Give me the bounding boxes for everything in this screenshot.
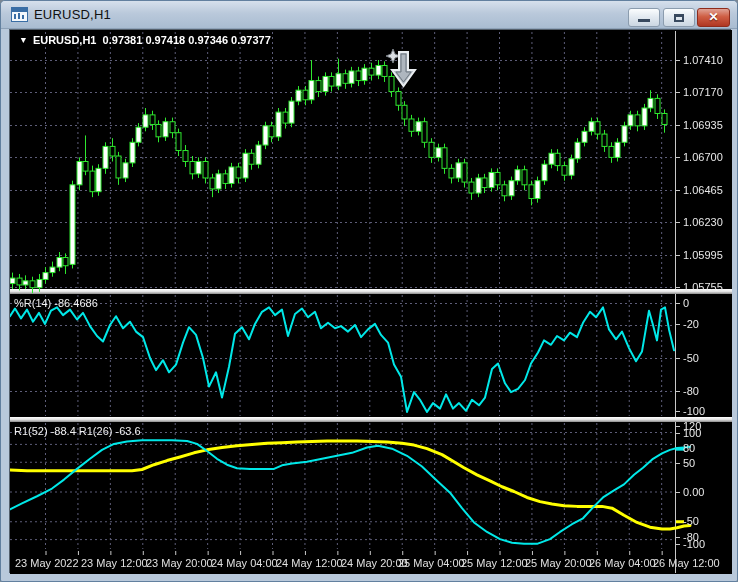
indicator2-label: R1(52) -88.4 R1(26) -63.6 [14, 425, 141, 437]
window-title: EURUSD,H1 [34, 7, 111, 22]
indicator2-axis-label: 0.00 [683, 486, 704, 498]
minimize-button[interactable] [628, 8, 660, 27]
time-axis-label: 25 May 04:00 [398, 557, 465, 569]
close-button[interactable]: ✕ [697, 8, 730, 27]
chart-symbol-label: EURUSD,H1 [33, 34, 97, 46]
indicator1-axis-label: 0 [683, 297, 689, 309]
indicator1-label: %R(14) -86.4686 [14, 297, 98, 309]
time-axis-label: 26 May 04:00 [589, 557, 656, 569]
indicator2-axis-label: -100 [683, 538, 705, 550]
price-axis-label: 1.07170 [683, 86, 723, 98]
restore-icon [674, 14, 684, 22]
chart-area: ▼EURUSD,H1 0.97381 0.97418 0.97346 0.973… [9, 29, 731, 573]
minimize-icon [638, 19, 650, 22]
price-axis-label: 1.06700 [683, 151, 723, 163]
pane-divider-1[interactable] [9, 288, 731, 294]
time-axis-label: 25 May 20:00 [525, 557, 592, 569]
time-axis-label: 23 May 2022 [15, 557, 79, 569]
restore-button[interactable] [663, 8, 695, 27]
price-axis-label: 1.06935 [683, 119, 723, 131]
time-axis-label: 25 May 12:00 [461, 557, 528, 569]
price-axis-label: 1.06230 [683, 216, 723, 228]
time-axis-label: 23 May 20:00 [146, 557, 213, 569]
time-axis-label: 24 May 12:00 [276, 557, 343, 569]
price-axis-label: 1.05995 [683, 249, 723, 261]
chart-window-icon [11, 7, 28, 22]
chart-quote-ohlc: 0.97381 0.97418 0.97346 0.97377 [103, 34, 271, 46]
time-axis-label: 23 May 12:00 [81, 557, 148, 569]
indicator1-axis-label: -20 [683, 318, 699, 330]
time-axis-label: 26 May 12:00 [653, 557, 720, 569]
indicator2-axis-label: 80 [683, 442, 695, 454]
chart-canvas[interactable] [10, 30, 732, 574]
close-icon: ✕ [698, 10, 729, 24]
price-axis-label: 1.07410 [683, 54, 723, 66]
indicator2-axis-label: -50 [683, 515, 699, 527]
indicator1-axis-label: -50 [683, 352, 699, 364]
time-axis-label: 24 May 04:00 [211, 557, 278, 569]
price-axis-label: 1.06465 [683, 184, 723, 196]
indicator1-axis-label: -80 [683, 385, 699, 397]
drag-down-arrow-cursor-icon [385, 48, 419, 94]
indicator2-axis-label: 100 [683, 427, 701, 439]
window-titlebar[interactable]: EURUSD,H1 ✕ [1, 1, 738, 29]
pane-divider-2[interactable] [9, 416, 731, 422]
chart-symbol-dropdown[interactable]: ▼EURUSD,H1 0.97381 0.97418 0.97346 0.973… [18, 34, 271, 46]
indicator2-axis-label: 50 [683, 457, 695, 469]
mt4-chart-window: EURUSD,H1 ✕ ▼EURUSD,H1 0.97381 0.97418 0… [0, 0, 738, 582]
dropdown-triangle-icon: ▼ [19, 35, 28, 45]
